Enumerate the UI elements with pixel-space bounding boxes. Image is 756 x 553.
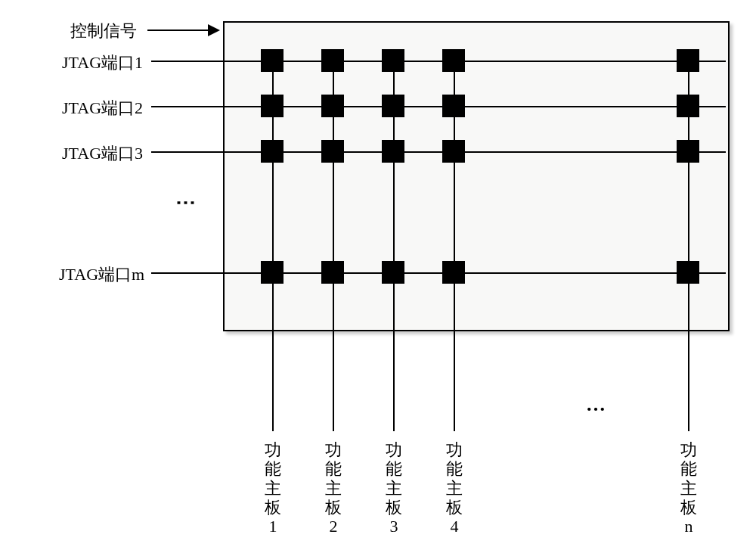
node-rm-c1 xyxy=(261,261,284,284)
node-rm-cn xyxy=(677,261,699,284)
control-signal-arrow-icon xyxy=(208,24,220,36)
node-r1-c2 xyxy=(321,49,344,72)
col-ellipsis: … xyxy=(586,393,606,416)
col-label-4: 功能主板4 xyxy=(445,440,463,536)
control-signal-label: 控制信号 xyxy=(70,20,137,42)
node-rm-c2 xyxy=(321,261,344,284)
node-r3-c4 xyxy=(442,140,465,163)
node-r3-c2 xyxy=(321,140,344,163)
node-r1-c4 xyxy=(442,49,465,72)
node-rm-c3 xyxy=(382,261,404,284)
node-r1-c1 xyxy=(261,49,284,72)
control-signal-arrow-shaft xyxy=(147,30,208,31)
switch-matrix-box xyxy=(223,21,730,331)
node-r2-cn xyxy=(677,95,699,117)
node-r3-cn xyxy=(677,140,699,163)
jtag-port-m-label: JTAG端口m xyxy=(59,263,144,286)
node-rm-c4 xyxy=(442,261,465,284)
row-line-1 xyxy=(151,61,726,62)
node-r2-c3 xyxy=(382,95,404,117)
col-label-1: 功能主板1 xyxy=(264,440,282,536)
row-line-2 xyxy=(151,106,726,107)
node-r2-c2 xyxy=(321,95,344,117)
node-r2-c4 xyxy=(442,95,465,117)
row-line-m xyxy=(151,272,726,274)
node-r1-c3 xyxy=(382,49,404,72)
row-ellipsis: ⋮ xyxy=(174,193,197,213)
col-label-2: 功能主板2 xyxy=(324,440,342,536)
node-r3-c3 xyxy=(382,140,404,163)
row-line-3 xyxy=(151,151,726,153)
jtag-port-1-label: JTAG端口1 xyxy=(62,51,143,74)
col-label-n: 功能主板n xyxy=(680,440,698,536)
col-label-3: 功能主板3 xyxy=(385,440,403,536)
node-r3-c1 xyxy=(261,140,284,163)
jtag-port-2-label: JTAG端口2 xyxy=(62,97,143,120)
node-r1-cn xyxy=(677,49,699,72)
jtag-port-3-label: JTAG端口3 xyxy=(62,142,143,165)
node-r2-c1 xyxy=(261,95,284,117)
